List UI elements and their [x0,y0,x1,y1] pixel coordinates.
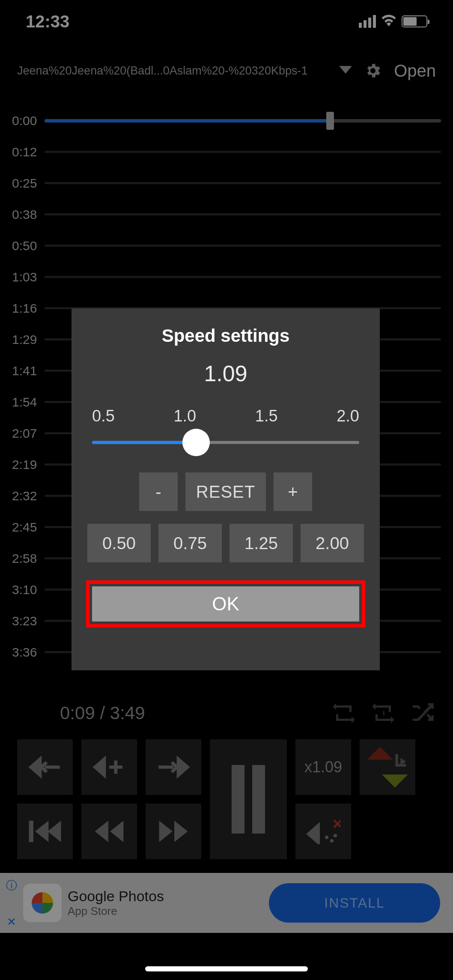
timeline-row[interactable]: 0:12 [12,136,441,167]
track-title[interactable]: Jeena%20Jeena%20(Badl...0Aslam%20-%20320… [17,64,327,78]
speed-reset-button[interactable]: RESET [185,472,266,511]
status-time: 12:33 [26,12,69,31]
rewind-button[interactable] [81,804,137,859]
ad-info[interactable]: ⓘ✕ [6,878,17,929]
top-bar: Jeena%20Jeena%20(Badl...0Aslam%20-%20320… [0,51,453,90]
svg-point-4 [334,834,337,837]
marker-prev-button[interactable] [17,739,73,795]
forward-button[interactable] [146,804,201,859]
svg-text:✕: ✕ [332,819,340,832]
preset-050-button[interactable]: 0.50 [87,524,151,562]
ok-button[interactable]: OK [92,586,359,621]
cellular-signal-icon [359,15,376,28]
svg-rect-0 [29,821,33,842]
pitch-button[interactable] [360,739,415,795]
timeline-row-main[interactable]: 0:00 [12,105,441,136]
marker-clear-button[interactable]: ✕ [295,804,351,859]
wifi-icon [381,13,396,30]
timeline-row[interactable]: 0:25 [12,167,441,199]
marker-next-button[interactable] [146,739,201,795]
status-right [359,13,427,30]
shuffle-icon[interactable] [409,700,436,726]
home-indicator[interactable] [145,966,308,971]
speed-slider[interactable] [92,430,359,455]
time-label: 0:00 [12,114,45,128]
playback-time: 0:09 / 3:49 [60,703,145,723]
timeline-row[interactable]: 1:03 [12,261,441,293]
ad-app-icon [23,884,62,922]
preset-200-button[interactable]: 2.00 [301,524,364,562]
open-button[interactable]: Open [394,61,436,81]
ad-subtitle: App Store [68,905,164,918]
player-footer: 0:09 / 3:49 x1.09 ✕ [0,694,453,859]
speed-increase-button[interactable]: + [274,472,312,511]
preset-125-button[interactable]: 1.25 [229,524,293,562]
ad-title: Google Photos [68,888,164,905]
status-bar: 12:33 [0,0,453,43]
svg-point-3 [330,839,334,843]
marker-add-button[interactable] [81,739,137,795]
speed-button[interactable]: x1.09 [295,739,351,795]
timeline-row[interactable]: 0:50 [12,230,441,261]
pause-button[interactable] [210,739,287,859]
speed-settings-dialog: Speed settings 1.09 0.5 1.0 1.5 2.0 - RE… [72,308,380,670]
repeat-icon[interactable] [331,700,357,726]
battery-icon [402,15,427,27]
ok-highlight: OK [86,580,365,627]
dialog-title: Speed settings [86,326,365,346]
svg-point-2 [325,836,328,839]
ad-banner[interactable]: ⓘ✕ Google Photos App Store INSTALL [0,873,453,933]
repeat-one-icon[interactable] [370,700,396,726]
timeline-row[interactable]: 0:38 [12,199,441,230]
speed-value: 1.09 [86,361,365,386]
dropdown-icon[interactable] [339,66,352,76]
prev-track-button[interactable] [17,804,73,859]
preset-075-button[interactable]: 0.75 [158,524,222,562]
ad-install-button[interactable]: INSTALL [269,883,440,923]
slider-scale: 0.5 1.0 1.5 2.0 [92,407,359,425]
speed-decrease-button[interactable]: - [139,472,178,511]
settings-icon[interactable] [364,62,382,80]
